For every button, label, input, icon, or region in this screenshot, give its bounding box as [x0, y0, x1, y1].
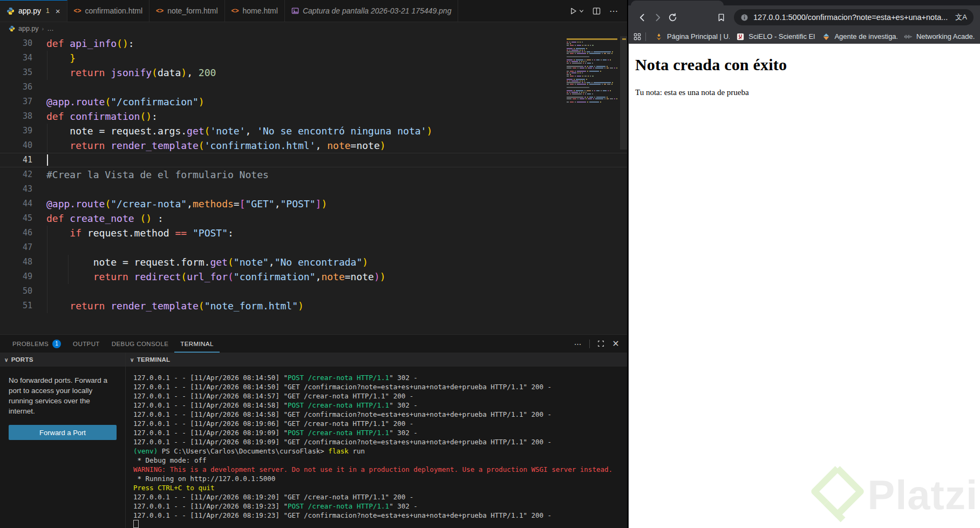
editor-actions: ⋯	[561, 0, 627, 22]
terminal-line: 127.0.0.1 - - [11/Apr/2026 08:19:20] "GE…	[133, 492, 627, 502]
forward-port-button[interactable]: Forward a Port	[9, 425, 117, 440]
more-actions-button[interactable]: ⋯	[609, 6, 618, 16]
code-line: 49 return redirect(url_for("confirmation…	[0, 269, 627, 284]
terminal-line: 127.0.0.1 - - [11/Apr/2026 08:14:57] "GE…	[133, 391, 627, 401]
ports-view: ∨ PORTS No forwarded ports. Forward a po…	[0, 353, 126, 528]
tab-label: home.html	[243, 6, 278, 15]
terminal-line: 127.0.0.1 - - [11/Apr/2026 08:19:23] "GE…	[133, 511, 627, 520]
breadcrumb[interactable]: app.py › …	[0, 22, 627, 35]
code-line: 45def create_note () :	[0, 211, 627, 226]
python-file-icon	[6, 7, 15, 15]
terminal-line	[133, 520, 627, 528]
code-line: 50	[0, 284, 627, 299]
platzi-logo-icon	[807, 463, 868, 527]
overview-ruler-marker	[622, 38, 626, 40]
terminal-line: 127.0.0.1 - - [11/Apr/2026 08:19:06] "GE…	[133, 419, 627, 428]
bookmark-icon[interactable]	[713, 10, 729, 25]
terminal-line: * Debug mode: off	[133, 456, 627, 465]
terminal-line: 127.0.0.1 - - [11/Apr/2026 08:14:50] "PO…	[133, 373, 627, 382]
panel-tab-debug-console[interactable]: DEBUG CONSOLE	[106, 335, 175, 353]
reload-button[interactable]	[665, 10, 680, 25]
breadcrumb-separator: ›	[42, 25, 44, 32]
favicon	[736, 32, 745, 41]
code-line: 35 return jsonify(data), 200	[0, 65, 627, 80]
tab-label: note_form.html	[167, 6, 217, 15]
tab-captura-png[interactable]: Captura de pantalla 2026-03-21 175449.pn…	[285, 0, 459, 22]
tab-home-html[interactable]: <> home.html	[225, 0, 285, 22]
code-line: 34 }	[0, 51, 627, 65]
bookmark-label: Networking Acade...	[916, 32, 975, 40]
code-line: 30def api_info():	[0, 36, 627, 51]
page-note-text: Tu nota: esta es una nota de prueba	[635, 88, 980, 97]
back-button[interactable]	[635, 10, 650, 25]
panel-tab-problems[interactable]: PROBLEMS 1	[6, 335, 67, 353]
divider	[645, 32, 646, 41]
address-bar[interactable]: 127.0.0.1:5000/confirmacion?note=esta+es…	[734, 9, 974, 25]
code-editor[interactable]: 30def api_info():34 }35 return jsonify(d…	[0, 35, 627, 334]
terminal-line: 127.0.0.1 - - [11/Apr/2026 08:19:09] "PO…	[133, 428, 627, 437]
url-text[interactable]: 127.0.0.1:5000/confirmacion?note=esta+es…	[753, 13, 950, 22]
chevron-down-icon: ∨	[130, 357, 134, 363]
panel-tab-output[interactable]: OUTPUT	[67, 335, 106, 353]
terminal-header[interactable]: ∨ TERMINAL	[126, 353, 627, 367]
browser-toolbar: 127.0.0.1:5000/confirmacion?note=esta+es…	[628, 5, 980, 29]
translate-icon[interactable]: 文A	[955, 12, 967, 22]
tab-confirmation-html[interactable]: <> confirmation.html	[67, 0, 150, 22]
html-file-icon: <>	[232, 7, 239, 15]
bookmark-label: Agente de investiga...	[834, 32, 897, 40]
terminal-line: (venv) PS C:\Users\Carlos\Documents\curs…	[133, 446, 627, 456]
favicon	[655, 32, 663, 41]
code-line: 48 note = request.form.get("note","No en…	[0, 255, 627, 269]
close-tab-icon[interactable]: ×	[56, 6, 60, 16]
site-info-icon[interactable]	[740, 13, 748, 22]
more-actions-icon[interactable]: ⋯	[574, 340, 582, 348]
run-button[interactable]	[569, 7, 584, 15]
image-file-icon	[291, 7, 299, 15]
ports-message: No forwarded ports. Forward a port to ac…	[9, 375, 117, 416]
close-panel-icon[interactable]: ✕	[612, 339, 620, 349]
bookmark-networking-academy[interactable]: Networking Acade...	[900, 32, 975, 41]
tab-note-form-html[interactable]: <> note_form.html	[149, 0, 224, 22]
code-lines: 30def api_info():34 }35 return jsonify(d…	[0, 36, 627, 313]
bookmark-scielo[interactable]: SciELO - Scientific El...	[732, 32, 815, 41]
minimap[interactable]	[567, 38, 617, 109]
apps-grid-icon[interactable]	[634, 33, 641, 40]
terminal-line: 127.0.0.1 - - [11/Apr/2026 08:19:23] "PO…	[133, 502, 627, 511]
code-line: 41	[0, 153, 627, 167]
forward-button[interactable]	[650, 10, 665, 25]
bookmark-pagina-principal[interactable]: Página Principal | U...	[650, 32, 730, 41]
tab-label: confirmation.html	[85, 6, 143, 15]
terminal-view: ∨ TERMINAL 127.0.0.1 - - [11/Apr/2026 08…	[126, 353, 627, 528]
ports-title: PORTS	[11, 356, 33, 363]
tab-label: Captura de pantalla 2026-03-21 175449.pn…	[303, 6, 452, 15]
bottom-panel: PROBLEMS 1 OUTPUT DEBUG CONSOLE TERMINAL…	[0, 334, 627, 528]
panel-tabbar: PROBLEMS 1 OUTPUT DEBUG CONSOLE TERMINAL…	[0, 335, 627, 353]
screen: app.py 1 × <> confirmation.html <> note_…	[0, 0, 980, 528]
bookmark-agente-investigacion[interactable]: Agente de investiga...	[818, 32, 897, 41]
favicon	[822, 32, 831, 41]
code-line: 37@app.route("/confirmacion")	[0, 94, 627, 109]
terminal-output[interactable]: 127.0.0.1 - - [11/Apr/2026 08:14:50] "PO…	[126, 367, 627, 528]
chevron-down-icon: ∨	[4, 357, 9, 363]
browser-tabstrip[interactable]	[628, 0, 980, 5]
code-line: 43	[0, 182, 627, 197]
editor-tabbar: app.py 1 × <> confirmation.html <> note_…	[0, 0, 627, 22]
breadcrumb-file: app.py	[18, 25, 39, 32]
tab-app-py[interactable]: app.py 1 ×	[0, 0, 67, 22]
maximize-panel-icon[interactable]	[597, 340, 604, 347]
panel-tab-label: PROBLEMS	[12, 341, 49, 347]
active-browser-tab[interactable]	[631, 1, 724, 5]
ports-header[interactable]: ∨ PORTS	[0, 353, 125, 367]
code-line: 47	[0, 240, 627, 255]
browser-window: 127.0.0.1:5000/confirmacion?note=esta+es…	[628, 0, 980, 528]
editor-scrollbar[interactable]	[620, 36, 627, 150]
html-file-icon: <>	[74, 7, 81, 15]
split-editor-button[interactable]	[593, 7, 601, 15]
divider	[589, 340, 590, 348]
platzi-watermark: Platzi	[807, 463, 978, 527]
cisco-favicon	[904, 32, 913, 41]
bookmark-label: Página Principal | U...	[667, 32, 730, 40]
breadcrumb-more: …	[47, 25, 54, 32]
panel-tab-terminal[interactable]: TERMINAL	[174, 335, 219, 353]
code-line: 44@app.route("/crear-nota",methods=["GET…	[0, 197, 627, 211]
